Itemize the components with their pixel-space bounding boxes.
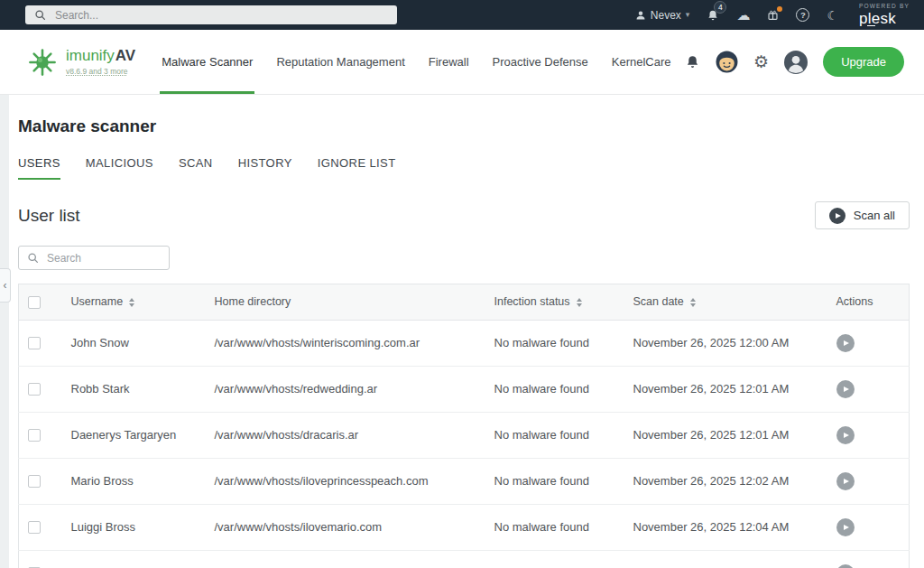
upgrade-button[interactable]: Upgrade xyxy=(823,47,904,77)
cell-infection-status: No malware found xyxy=(485,550,624,568)
version-link[interactable]: v8.6.9 and 3 more xyxy=(66,68,135,76)
cell-scan-date: November 26, 2025 12:04 AM xyxy=(624,504,827,550)
column-header-scan-date[interactable]: Scan date xyxy=(624,284,827,321)
column-header-username[interactable]: Username xyxy=(62,284,206,321)
scan-user-button[interactable] xyxy=(836,426,855,444)
plesk-wordmark: plesk xyxy=(859,11,896,26)
avatar[interactable] xyxy=(784,51,808,74)
scan-user-button[interactable] xyxy=(836,380,855,398)
user-menu[interactable]: Nevex ▾ xyxy=(635,9,690,22)
cell-home-directory: /var/www/vhosts/stickrocks.net xyxy=(206,550,485,568)
cell-home-directory: /var/www/vhosts/dracaris.ar xyxy=(206,412,485,458)
cell-scan-date: November 26, 2025 12:01 AM xyxy=(624,366,827,412)
play-icon xyxy=(829,208,845,224)
table-row: Luiggi Bross /var/www/vhosts/ilovemario.… xyxy=(19,504,910,550)
scan-user-button[interactable] xyxy=(836,472,855,490)
appbar-right: ⚙ Upgrade xyxy=(685,30,904,94)
cell-scan-date: November 26, 2025 12:02 AM xyxy=(624,458,827,504)
row-checkbox[interactable] xyxy=(28,521,41,534)
sort-icon[interactable] xyxy=(577,298,582,307)
cell-infection-status: No malware found xyxy=(485,366,624,412)
plesk-topbar: Nevex ▾ 4 ☁ ? ☾ POWERED BY plesk xyxy=(0,0,924,30)
select-all-checkbox[interactable] xyxy=(28,296,41,309)
tab-malicious[interactable]: MALICIOUS xyxy=(86,156,153,180)
left-gutter: ‹ xyxy=(0,95,9,568)
cell-infection-status: No malware found xyxy=(485,458,624,504)
cell-username: Daenerys Targaryen xyxy=(62,412,206,458)
gear-icon[interactable]: ⚙ xyxy=(753,53,769,70)
column-header-infection-status[interactable]: Infection status xyxy=(485,284,624,321)
tab-ignore-list[interactable]: IGNORE LIST xyxy=(318,156,396,180)
table-row: John Snow /var/www/vhosts/winteriscoming… xyxy=(19,320,910,366)
table-search[interactable] xyxy=(18,246,170,270)
cell-home-directory: /var/www/vhosts/redwedding.ar xyxy=(206,366,485,412)
cell-scan-date: November 26, 2025 12:01 AM xyxy=(624,412,827,458)
cell-infection-status: No malware found xyxy=(485,412,624,458)
tab-history[interactable]: HISTORY xyxy=(238,156,292,180)
scan-all-button[interactable]: Scan all xyxy=(815,201,910,229)
nav-item-reputation-management[interactable]: Reputation Management xyxy=(264,30,416,94)
sort-icon[interactable] xyxy=(690,298,696,307)
tab-scan[interactable]: SCAN xyxy=(179,156,213,180)
scan-user-button[interactable] xyxy=(836,564,855,568)
help-button[interactable]: ? xyxy=(796,8,809,22)
sidebar-collapse-handle[interactable]: ‹ xyxy=(0,268,11,303)
notifications-button[interactable]: 4 xyxy=(707,9,719,22)
column-label: Scan date xyxy=(633,295,684,308)
cell-scan-date: November 26, 2025 12:00 AM xyxy=(624,320,827,366)
search-icon xyxy=(27,252,39,264)
global-search[interactable] xyxy=(25,5,397,24)
tab-bar: USERS MALICIOUS SCAN HISTORY IGNORE LIST xyxy=(18,156,910,180)
cell-username: John Snow xyxy=(62,320,206,366)
play-icon xyxy=(844,479,849,484)
sort-icon[interactable] xyxy=(129,298,134,307)
column-label: Actions xyxy=(836,295,873,308)
table-row: Robb Stark /var/www/vhosts/redwedding.ar… xyxy=(19,366,910,412)
cell-infection-status: No malware found xyxy=(485,320,624,366)
scan-user-button[interactable] xyxy=(836,334,855,352)
cell-home-directory: /var/www/vhosts/ilovemario.com xyxy=(206,504,485,550)
cell-scan-date: November 26, 2025 12:04 AM xyxy=(624,550,827,568)
cloud-icon: ☁ xyxy=(736,7,750,23)
nav-item-firewall[interactable]: Firewall xyxy=(417,30,481,94)
global-search-input[interactable] xyxy=(53,8,388,23)
table-row: Lilo /var/www/vhosts/stickrocks.net No m… xyxy=(19,550,910,568)
brand-suffix: AV xyxy=(116,47,135,64)
cloud-button[interactable]: ☁ xyxy=(736,7,750,23)
bell-icon[interactable] xyxy=(685,54,700,70)
page-title: Malware scanner xyxy=(18,116,910,136)
topbar-right: Nevex ▾ 4 ☁ ? ☾ POWERED BY plesk xyxy=(635,4,910,27)
user-name: Nevex xyxy=(651,9,681,22)
play-icon xyxy=(844,386,849,392)
theme-toggle-moon-icon[interactable]: ☾ xyxy=(827,9,838,22)
row-checkbox[interactable] xyxy=(28,383,41,396)
notification-badge: 4 xyxy=(714,1,726,14)
row-checkbox[interactable] xyxy=(28,475,41,488)
mascot-face-icon[interactable] xyxy=(716,51,738,73)
table-row: Mario Bross /var/www/vhosts/iloveprinces… xyxy=(19,458,910,504)
plesk-logo: POWERED BY plesk xyxy=(859,4,910,27)
scan-user-button[interactable] xyxy=(836,518,855,536)
scan-all-label: Scan all xyxy=(854,209,895,222)
row-checkbox[interactable] xyxy=(28,429,41,442)
column-header-home-directory: Home directory xyxy=(206,284,485,321)
table-row: Daenerys Targaryen /var/www/vhosts/draca… xyxy=(19,412,910,458)
imunify-header: imunifyAV v8.6.9 and 3 more Malware Scan… xyxy=(0,30,924,95)
main-content: Malware scanner USERS MALICIOUS SCAN HIS… xyxy=(9,116,924,568)
cell-username: Lilo xyxy=(62,550,206,568)
list-header: User list Scan all xyxy=(18,201,910,229)
tab-users[interactable]: USERS xyxy=(18,156,60,180)
nav-item-proactive-defense[interactable]: Proactive Defense xyxy=(481,30,600,94)
nav-item-malware-scanner[interactable]: Malware Scanner xyxy=(150,30,264,94)
column-label: Username xyxy=(71,295,124,308)
caret-down-icon: ▾ xyxy=(686,11,690,19)
row-checkbox[interactable] xyxy=(28,337,41,349)
table-header-row: Username Home directory Infection status… xyxy=(19,284,910,321)
column-header-actions: Actions xyxy=(827,284,910,321)
nav-item-kernelcare[interactable]: KernelCare xyxy=(600,30,683,94)
app-nav: Malware Scanner Reputation Management Fi… xyxy=(150,30,682,94)
promotions-button[interactable] xyxy=(767,9,779,21)
table-search-input[interactable] xyxy=(45,251,161,265)
cell-username: Robb Stark xyxy=(62,366,206,412)
play-icon xyxy=(844,525,849,530)
